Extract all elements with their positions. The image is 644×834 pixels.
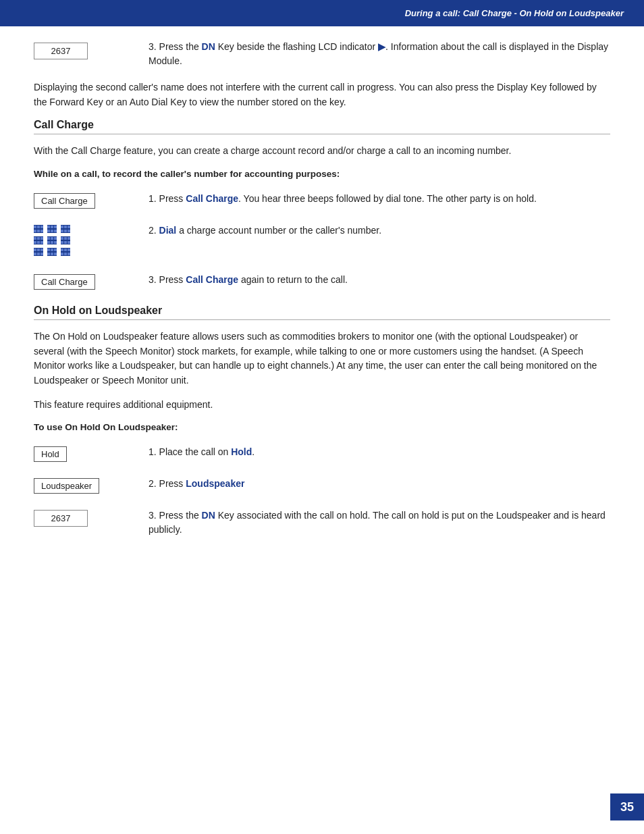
svg-rect-12	[51, 230, 53, 232]
svg-rect-46	[34, 253, 36, 255]
svg-rect-40	[64, 241, 67, 244]
step2-link: Dial	[159, 225, 177, 236]
svg-rect-37	[64, 237, 67, 240]
svg-rect-16	[64, 226, 67, 228]
content-area: 2637 3. Press the DN Key beside the flas…	[0, 40, 644, 579]
svg-rect-33	[51, 241, 53, 244]
svg-rect-55	[54, 253, 57, 255]
svg-rect-13	[54, 230, 57, 232]
on-hold-step1-row: Hold 1. Place the call on Hold.	[34, 445, 610, 462]
page-container: During a call: Call Charge - On Hold on …	[0, 0, 644, 834]
svg-rect-3	[41, 226, 43, 228]
svg-rect-51	[51, 249, 53, 251]
call-charge-step2-key	[34, 224, 142, 258]
step3-num: 3.	[149, 274, 157, 285]
call-charge-step1-row: Call Charge 1. Press Call Charge. You he…	[34, 192, 610, 209]
svg-rect-10	[54, 226, 57, 228]
intro-step3-rest: Key beside the flashing LCD indicator	[215, 41, 378, 52]
loudspeaker-key-button[interactable]: Loudspeaker	[34, 478, 99, 494]
on-hold-step3-key: 2637	[34, 509, 142, 527]
step1-link: Call Charge	[186, 193, 238, 204]
step3-after: again to return to the call.	[238, 274, 348, 285]
call-charge-key-3[interactable]: Call Charge	[34, 274, 95, 290]
display-note: Displaying the second caller's name does…	[34, 80, 610, 109]
on-hold-step2-text: 2. Press Loudspeaker	[142, 477, 610, 491]
svg-rect-30	[51, 237, 53, 240]
step2-after: a charge account number or the caller's …	[176, 225, 381, 236]
call-charge-step3-text: 3. Press Call Charge again to return to …	[142, 273, 610, 287]
page-number: 35	[620, 800, 634, 814]
svg-rect-25	[34, 241, 36, 244]
hold-step2-num: 2.	[149, 478, 157, 489]
call-charge-step3-row: Call Charge 3. Press Call Charge again t…	[34, 273, 610, 290]
svg-rect-4	[34, 230, 36, 232]
svg-rect-62	[68, 253, 70, 255]
step2-num: 2.	[149, 225, 157, 236]
svg-rect-52	[54, 249, 57, 251]
on-hold-dn-display: 2637	[34, 510, 88, 527]
svg-rect-9	[51, 226, 53, 228]
hold-step3-before: Press the	[159, 510, 202, 521]
svg-rect-59	[68, 249, 70, 251]
intro-step-number: 3.	[149, 41, 157, 52]
hold-step1-before: Place the call on	[159, 446, 232, 457]
svg-rect-39	[61, 241, 63, 244]
svg-rect-6	[41, 230, 43, 232]
step1-before: Press	[159, 193, 186, 204]
svg-rect-27	[41, 241, 43, 244]
svg-rect-45	[41, 249, 43, 251]
svg-rect-58	[64, 249, 67, 251]
svg-rect-8	[47, 226, 50, 228]
dial-icon	[34, 225, 70, 256]
intro-dn-link: DN	[202, 41, 215, 52]
hold-step1-num: 1.	[149, 446, 157, 457]
call-charge-key-1[interactable]: Call Charge	[34, 193, 95, 209]
hold-step2-before: Press	[159, 478, 186, 489]
call-charge-sub-instruction: While on a call, to record the caller's …	[34, 168, 610, 181]
hold-step3-num: 3.	[149, 510, 157, 521]
hold-step1-after: .	[252, 446, 254, 457]
on-hold-step3-text: 3. Press the DN Key associated with the …	[142, 509, 610, 537]
svg-rect-22	[34, 237, 36, 240]
svg-rect-44	[37, 249, 40, 251]
step1-num: 1.	[149, 193, 157, 204]
svg-rect-17	[68, 226, 70, 228]
hold-step1-link: Hold	[231, 446, 252, 457]
svg-rect-43	[34, 249, 36, 251]
step3-link: Call Charge	[186, 274, 238, 285]
svg-rect-31	[54, 237, 57, 240]
on-hold-step1-key: Hold	[34, 445, 142, 462]
call-charge-step3-key: Call Charge	[34, 273, 142, 290]
call-charge-step1-key: Call Charge	[34, 192, 142, 209]
on-hold-sub-instruction: To use On Hold On Loudspeaker:	[34, 421, 610, 434]
call-charge-heading: Call Charge	[34, 119, 610, 134]
svg-rect-32	[47, 241, 50, 244]
svg-rect-2	[37, 226, 40, 228]
svg-rect-54	[51, 253, 53, 255]
display-box-container: 2637	[34, 40, 142, 59]
svg-rect-36	[61, 237, 63, 240]
svg-rect-20	[68, 230, 70, 232]
svg-rect-34	[54, 241, 57, 244]
on-hold-step1-text: 1. Place the call on Hold.	[142, 445, 610, 459]
intro-arrow: ▶	[378, 41, 385, 52]
svg-rect-60	[61, 253, 63, 255]
dn-display-value: 2637	[51, 46, 71, 56]
svg-rect-48	[41, 253, 43, 255]
svg-rect-18	[61, 230, 63, 232]
svg-rect-11	[47, 230, 50, 232]
dn-display-box: 2637	[34, 43, 88, 59]
step3-before: Press	[159, 274, 186, 285]
svg-rect-24	[41, 237, 43, 240]
on-hold-feature-note: This feature requires additional equipme…	[34, 398, 610, 413]
svg-rect-23	[37, 237, 40, 240]
on-hold-heading: On Hold on Loudspeaker	[34, 305, 610, 320]
header-title: During a call: Call Charge - On Hold on …	[405, 8, 624, 18]
svg-rect-5	[37, 230, 40, 232]
svg-rect-38	[68, 237, 70, 240]
on-hold-step3-row: 2637 3. Press the DN Key associated with…	[34, 509, 610, 537]
on-hold-step2-key: Loudspeaker	[34, 477, 142, 494]
svg-rect-26	[37, 241, 40, 244]
hold-key-button[interactable]: Hold	[34, 446, 67, 462]
hold-step2-link: Loudspeaker	[186, 478, 244, 489]
